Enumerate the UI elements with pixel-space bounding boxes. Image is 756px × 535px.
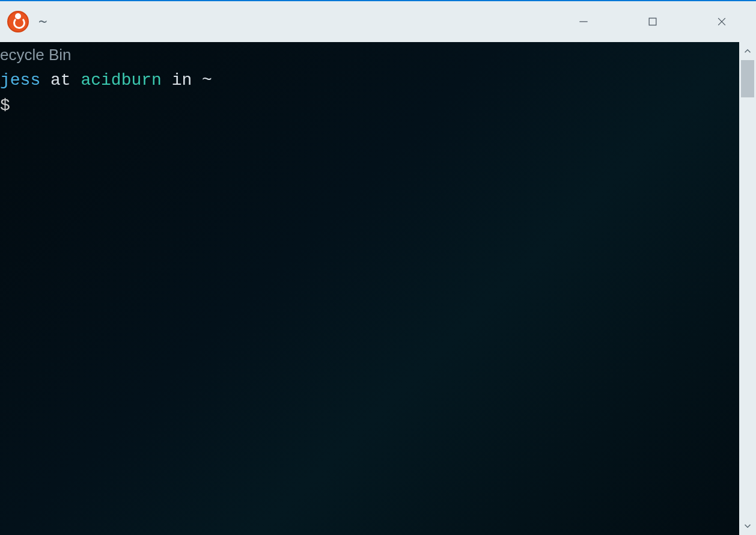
maximize-icon bbox=[647, 16, 659, 28]
chevron-down-icon bbox=[742, 521, 753, 531]
prompt-symbol: $ bbox=[0, 96, 10, 115]
prompt-in: in bbox=[162, 71, 202, 90]
maximize-button[interactable] bbox=[618, 1, 687, 42]
window-title: ~ bbox=[38, 13, 47, 30]
prompt-line-2: $ bbox=[0, 93, 739, 118]
scroll-thumb[interactable] bbox=[741, 60, 754, 97]
titlebar-left: ~ bbox=[7, 11, 47, 32]
window-controls bbox=[549, 1, 756, 42]
scroll-down-button[interactable] bbox=[739, 517, 756, 535]
minimize-button[interactable] bbox=[549, 1, 618, 42]
terminal-area: ecycle Bin jess at acidburn in ~ $ bbox=[0, 42, 756, 535]
prompt-line-1: jess at acidburn in ~ bbox=[0, 68, 739, 93]
prompt-user: jess bbox=[0, 71, 40, 90]
vertical-scrollbar[interactable] bbox=[739, 42, 756, 535]
close-icon bbox=[716, 16, 728, 28]
close-button[interactable] bbox=[687, 1, 756, 42]
prompt-at: at bbox=[40, 71, 81, 90]
scroll-track[interactable] bbox=[739, 60, 756, 517]
prompt-path: ~ bbox=[202, 71, 212, 90]
scroll-up-button[interactable] bbox=[739, 42, 756, 60]
chevron-up-icon bbox=[742, 46, 753, 57]
window-titlebar[interactable]: ~ bbox=[0, 0, 756, 42]
svg-rect-1 bbox=[649, 18, 656, 25]
ubuntu-icon bbox=[7, 11, 29, 32]
minimize-icon bbox=[578, 16, 590, 28]
prompt-host: acidburn bbox=[81, 71, 161, 90]
desktop-icon-label: ecycle Bin bbox=[0, 43, 739, 67]
terminal-content[interactable]: ecycle Bin jess at acidburn in ~ $ bbox=[0, 42, 739, 535]
